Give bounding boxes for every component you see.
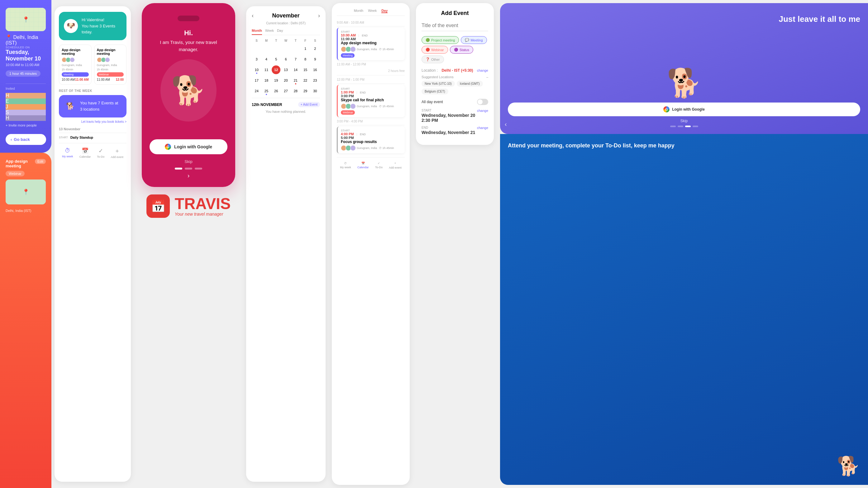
login-google-label-center: Login with Google — [174, 144, 212, 149]
cal-day-7[interactable]: 7 — [291, 55, 300, 64]
start-change-btn[interactable]: change — [477, 109, 488, 123]
all-day-toggle[interactable] — [477, 99, 488, 105]
tag-project-meeting[interactable]: 🟢 Project meeting — [422, 36, 459, 44]
cal-day-25[interactable]: 25 — [262, 87, 271, 95]
cal-day-6[interactable]: 6 — [281, 55, 290, 64]
cal-day-12-today[interactable]: 12 — [272, 65, 280, 74]
cal-day-19[interactable]: 19 — [272, 76, 280, 85]
cal-day-14[interactable]: 14 — [291, 65, 300, 74]
time-slot-3pm: 3:00 PM - 4:00 PM — [337, 120, 405, 123]
phone-next-arrow-icon[interactable]: › — [188, 172, 190, 179]
cal-day-17[interactable]: 17 — [252, 76, 261, 85]
login-google-btn-center[interactable]: G Login with Google — [150, 139, 227, 154]
day-nav-add[interactable]: ＋ Add event — [389, 161, 402, 169]
cal-day-11[interactable]: 11 — [262, 65, 271, 74]
cal-day-5[interactable]: 5 — [272, 55, 280, 64]
event2-avatars — [97, 57, 124, 62]
edit-label[interactable]: Edit — [35, 159, 46, 164]
cal-day-18[interactable]: 18 — [262, 76, 271, 85]
right-login-google-btn[interactable]: G Login with Google — [508, 102, 860, 116]
location-change-btn[interactable]: change — [477, 68, 488, 72]
meeting3-title: Focus group results — [341, 140, 402, 144]
date-section-13: 13 November — [59, 127, 126, 133]
cal-day-9[interactable]: 9 — [311, 55, 319, 64]
nav-add-event[interactable]: ＋ Add event — [111, 147, 123, 159]
cal-day-3[interactable]: 3 — [252, 55, 261, 64]
tag-meeting[interactable]: 💬 Meeting — [461, 36, 487, 44]
onboarding-hi: Hi. — [184, 29, 193, 37]
meeting-skype[interactable]: START 1:00 PM | END 3:00 PM Skype call f… — [337, 85, 405, 117]
cal-tab-day[interactable]: Day — [277, 29, 283, 35]
tag-webinar-icon: 🔴 — [426, 48, 430, 52]
day-nav-calendar[interactable]: 📅 Calendar — [358, 162, 369, 169]
cal-row-1: 1 2 — [252, 44, 320, 53]
cal-day-26[interactable]: 26 — [272, 87, 280, 95]
cal-day-15[interactable]: 15 — [301, 65, 310, 74]
day-tab-day[interactable]: Day — [381, 9, 388, 13]
selected-date-label: 12th NOVEMBER — [252, 102, 282, 107]
sug-loc-belgium[interactable]: Belgium (CET) — [422, 89, 448, 94]
invite-more-btn[interactable]: + Invite more people — [6, 123, 46, 127]
cal-day-20[interactable]: 20 — [281, 76, 290, 85]
back-arrow-icon[interactable]: ‹ — [505, 121, 507, 128]
cal-day-10[interactable]: 10 — [252, 65, 261, 74]
event-card-1[interactable]: App design meeting Gurugram, India 1h 45… — [59, 44, 92, 85]
tag-other[interactable]: ❓ Other — [422, 56, 444, 63]
cal-day-22[interactable]: 22 — [301, 76, 310, 85]
start-day: Wednesday, November 20 — [422, 113, 475, 118]
nav-calendar[interactable]: 📅 Calendar — [80, 147, 91, 158]
sug-loc-ny[interactable]: New York (UTC-10) — [422, 81, 455, 87]
cal-day-28[interactable]: 28 — [291, 87, 300, 95]
rdot-4 — [692, 126, 698, 127]
day-tab-month[interactable]: Month — [354, 9, 364, 13]
tag-webinar[interactable]: 🔴 Webinar — [422, 46, 448, 54]
m3-avatar-3 — [350, 145, 356, 151]
travis-brand-name: TRAVIS — [175, 196, 231, 212]
cal-day-4[interactable]: 4 — [262, 55, 271, 64]
cal-day-8[interactable]: 8 — [301, 55, 310, 64]
avatar-3: J — [6, 104, 46, 110]
cal-day-1[interactable]: 1 — [301, 44, 310, 53]
cal-day-30[interactable]: 30 — [311, 87, 319, 95]
end-change-btn[interactable]: change — [477, 126, 488, 135]
cal-day-16[interactable]: 16 — [311, 65, 319, 74]
day-nav-todo-label: To-Do — [375, 166, 382, 169]
cal-next-btn[interactable]: › — [318, 12, 320, 19]
event-title-input[interactable] — [422, 23, 488, 31]
day-nav-todo[interactable]: ✓ To-Do — [375, 162, 382, 169]
cal-day-21[interactable]: 21 — [291, 76, 300, 85]
sug-loc-iceland[interactable]: Iceland (GMT) — [457, 81, 483, 87]
day-tab-week[interactable]: Week — [368, 9, 377, 13]
cal-tab-month[interactable]: Month — [252, 29, 262, 35]
nav-my-week[interactable]: ⏱ My week — [62, 147, 73, 158]
event-detail-purple: 📍 📍 Delhi, India (IST) Scheduled on Tues… — [0, 0, 52, 153]
cal-day-24[interactable]: 24 — [252, 87, 261, 95]
cal-day-13[interactable]: 13 — [281, 65, 290, 74]
day-nav-week[interactable]: ⏱ My week — [340, 162, 351, 169]
meeting3-start: 4:00 PM — [341, 132, 354, 136]
go-back-btn[interactable]: ‹ Go back — [6, 134, 46, 145]
event-card-2[interactable]: App design meeting Gurugram, India 1h 45… — [94, 44, 127, 85]
divider-2 — [337, 75, 405, 75]
nav-todo[interactable]: ✓ To-Do — [97, 147, 104, 158]
cal-prev-btn[interactable]: ‹ — [252, 12, 254, 19]
webinar-tag: Webinar — [6, 171, 25, 176]
cal-day-23[interactable]: 23 — [311, 76, 319, 85]
cal-day-29[interactable]: 29 — [301, 87, 310, 95]
right-bottom-text: Attend your meeting, complete your To-Do… — [508, 142, 860, 150]
meeting-app-design[interactable]: START 10:00 AM | END 11:00 AM App design… — [337, 28, 405, 60]
cal-day-27[interactable]: 27 — [281, 87, 290, 95]
travis-help-link[interactable]: Let travis help you book tickets > — [59, 120, 126, 123]
add-event-btn-cal[interactable]: + Add Event — [298, 102, 320, 107]
greeting-name: Hi Valentina! — [82, 17, 122, 23]
col4-calendar: ‹ November › Current location : Delhi (I… — [243, 0, 329, 488]
events-row: App design meeting Gurugram, India 1h 45… — [59, 44, 126, 85]
tag-status[interactable]: 🟣 Status — [450, 46, 473, 54]
cal-tab-week[interactable]: Week — [265, 29, 274, 35]
meeting-focus[interactable]: START 4:00 PM | END 5:00 PM Focus group … — [337, 126, 405, 153]
right-skip-btn[interactable]: Skip — [508, 119, 860, 123]
skip-btn-center[interactable]: Skip — [184, 159, 192, 164]
rdot-3 — [685, 126, 691, 127]
cal-day-2[interactable]: 2 — [311, 44, 319, 53]
meeting1-start-label: START — [341, 30, 350, 33]
